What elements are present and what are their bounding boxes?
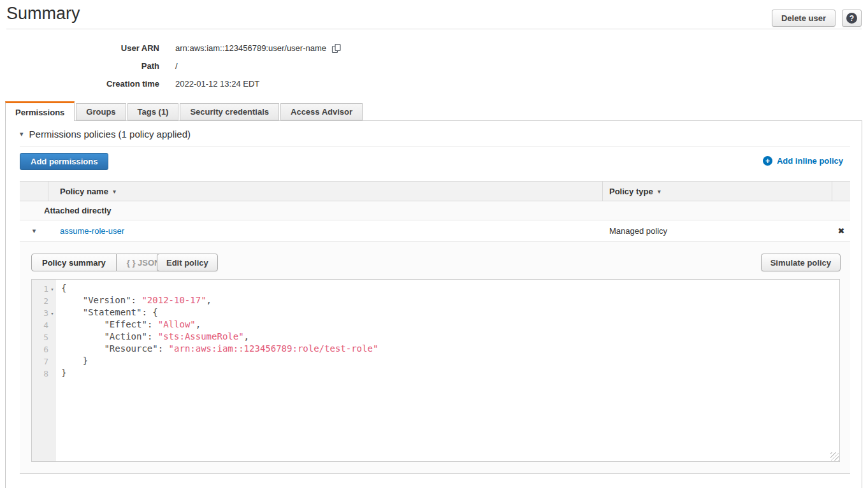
- column-header-policy-type[interactable]: Policy type ▾: [603, 182, 832, 201]
- line-number: 5: [32, 331, 56, 343]
- help-button[interactable]: ?: [842, 10, 862, 27]
- tab-permissions[interactable]: Permissions: [5, 101, 75, 121]
- code-line: }: [61, 355, 839, 368]
- section-collapse-caret-icon: ▾: [20, 131, 24, 138]
- meta-row-user-arn: User ARN arn:aws:iam::123456789:user/use…: [6, 42, 342, 54]
- code-line: {: [61, 283, 839, 295]
- row-expand-toggle[interactable]: ▾: [20, 227, 48, 234]
- header-actions: Delete user ?: [772, 10, 862, 27]
- policy-row: ▾ assume-role-user Managed policy ✖: [20, 220, 850, 241]
- policy-detail-expanded: Policy summary { } JSON Edit policy Simu…: [20, 241, 850, 474]
- user-arn-label: User ARN: [6, 43, 159, 53]
- policy-type-header-label: Policy type: [609, 187, 653, 196]
- page-title: Summary: [6, 4, 80, 24]
- header-divider: [6, 29, 862, 29]
- code-line: "Version": "2012-10-17",: [61, 295, 839, 307]
- meta-row-creation-time: Creation time 2022-01-12 13:24 EDT: [6, 78, 342, 90]
- policy-type-cell: Managed policy: [603, 226, 832, 236]
- fold-caret-icon[interactable]: ▾: [48, 286, 56, 292]
- code-line: "Statement": {: [61, 307, 839, 319]
- delete-user-button[interactable]: Delete user: [772, 10, 835, 27]
- user-arn-text: arn:aws:iam::123456789:user/user-name: [175, 43, 326, 53]
- section-heading: Permissions policies (1 policy applied): [29, 129, 191, 140]
- user-arn-value: arn:aws:iam::123456789:user/user-name: [175, 43, 342, 54]
- fold-caret-icon[interactable]: ▾: [48, 310, 56, 317]
- policy-name-header-label: Policy name: [60, 187, 108, 196]
- user-meta: User ARN arn:aws:iam::123456789:user/use…: [6, 42, 342, 96]
- tab-security-credentials[interactable]: Security credentials: [180, 103, 279, 120]
- header-actions-column: [832, 182, 850, 201]
- help-icon: ?: [846, 13, 857, 24]
- code-line: "Resource": "arn:aws:iam::123456789:role…: [61, 343, 839, 355]
- code-line: }: [61, 368, 839, 380]
- creation-time-label: Creation time: [6, 79, 159, 89]
- tab-groups[interactable]: Groups: [76, 103, 126, 120]
- line-number: 3▾: [32, 307, 56, 319]
- line-number: 7: [32, 355, 56, 368]
- sort-caret-icon: ▾: [113, 188, 116, 195]
- remove-policy-icon[interactable]: ✖: [838, 226, 845, 236]
- tab-bar: Permissions Groups Tags (1) Security cre…: [5, 101, 363, 120]
- row-expand-caret-icon: ▾: [33, 227, 36, 234]
- policy-view-toggle-group: Policy summary { } JSON: [31, 254, 171, 271]
- policy-table: Policy name ▾ Policy type ▾ Attached dir…: [20, 181, 850, 241]
- line-number: 6: [32, 343, 56, 355]
- json-policy-editor[interactable]: 1▾23▾45678 { "Version": "2012-10-17", "S…: [31, 279, 840, 462]
- copy-icon[interactable]: [331, 43, 342, 54]
- permissions-tab-panel: ▾ Permissions policies (1 policy applied…: [5, 120, 862, 488]
- add-inline-policy-link[interactable]: + Add inline policy: [763, 156, 843, 166]
- iam-user-summary-page: Summary Delete user ? User ARN arn:aws:i…: [0, 0, 868, 488]
- editor-resize-handle[interactable]: [830, 452, 839, 461]
- path-value: /: [175, 61, 178, 71]
- editor-gutter: 1▾23▾45678: [32, 280, 56, 461]
- code-line: "Action": "sts:AssumeRole",: [61, 331, 839, 343]
- header-expander-column: [20, 182, 48, 201]
- line-number: 2: [32, 295, 56, 307]
- line-number: 1▾: [32, 283, 56, 295]
- code-line: "Effect": "Allow",: [61, 319, 839, 331]
- plus-icon: +: [763, 156, 772, 166]
- meta-row-path: Path /: [6, 60, 342, 72]
- line-number: 4: [32, 319, 56, 331]
- policy-table-header: Policy name ▾ Policy type ▾: [20, 181, 850, 201]
- sort-caret-icon: ▾: [658, 188, 661, 195]
- add-permissions-button[interactable]: Add permissions: [20, 153, 108, 170]
- path-label: Path: [6, 61, 159, 71]
- attached-directly-group-row: Attached directly: [20, 201, 850, 220]
- edit-policy-button[interactable]: Edit policy: [157, 254, 218, 271]
- section-divider: [20, 147, 850, 147]
- line-number: 8: [32, 368, 56, 380]
- column-header-policy-name[interactable]: Policy name ▾: [48, 182, 603, 201]
- add-inline-policy-label: Add inline policy: [777, 156, 843, 166]
- policy-name-link[interactable]: assume-role-user: [60, 226, 124, 236]
- simulate-policy-button[interactable]: Simulate policy: [761, 254, 841, 271]
- creation-time-value: 2022-01-12 13:24 EDT: [175, 79, 259, 89]
- editor-code: { "Version": "2012-10-17", "Statement": …: [56, 280, 839, 461]
- tab-access-advisor[interactable]: Access Advisor: [280, 103, 363, 120]
- tab-tags[interactable]: Tags (1): [127, 103, 179, 120]
- policy-summary-button[interactable]: Policy summary: [31, 254, 117, 271]
- permissions-policies-section-toggle[interactable]: ▾ Permissions policies (1 policy applied…: [20, 129, 191, 140]
